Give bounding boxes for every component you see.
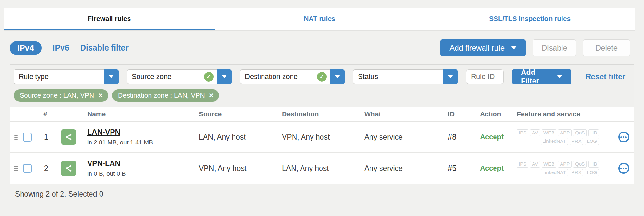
- rule-action: Accept: [480, 164, 517, 172]
- add-filter-button[interactable]: Add Filter: [512, 69, 571, 84]
- feature-badge: QoS: [573, 161, 587, 168]
- feature-badge: HB: [588, 161, 599, 168]
- row-number: 2: [39, 164, 58, 173]
- col-header-id: ID: [448, 110, 480, 118]
- add-filter-label: Add Filter: [521, 68, 552, 85]
- rule-destination: LAN, Any host: [282, 164, 364, 173]
- firewall-rules-panel: Rule type ✓ Source zone ✓ Destination zo…: [10, 64, 634, 204]
- filter-dropdown-status[interactable]: Status ✓: [353, 69, 458, 84]
- add-firewall-rule-label: Add firewall rule: [449, 44, 505, 53]
- chevron-down-icon: [335, 75, 340, 78]
- rule-id-input[interactable]: [466, 69, 504, 84]
- col-header-num: #: [39, 110, 58, 118]
- col-header-source: Source: [199, 110, 282, 118]
- tab-firewall-rules[interactable]: Firewall rules: [4, 8, 215, 30]
- drag-handle[interactable]: [10, 135, 21, 140]
- rule-what: Any service: [364, 164, 448, 173]
- table-row: 1 LAN-VPN in 2.81 MB, out 1.41 MB LAN, A…: [10, 122, 634, 153]
- check-icon: ✓: [317, 72, 327, 82]
- filter-dropdown-label: Destination zone: [245, 73, 314, 81]
- disable-button[interactable]: Disable: [533, 39, 576, 56]
- filter-dropdown-rule-type[interactable]: Rule type ✓: [14, 69, 119, 84]
- feature-badge: IPS: [517, 161, 528, 168]
- feature-badge: QoS: [573, 129, 587, 137]
- tab-ssl-tls-inspection-rules[interactable]: SSL/TLS inspection rules: [425, 8, 635, 30]
- filter-dropdown-label: Status: [358, 73, 440, 81]
- rule-traffic-stats: in 0 B, out 0 B: [87, 170, 199, 177]
- table-header: # Name Source Destination What ID Action…: [10, 107, 634, 122]
- dropdown-open-button[interactable]: [330, 69, 345, 84]
- filter-chip-label: Destination zone : LAN, VPN: [118, 92, 205, 99]
- chip-remove-icon[interactable]: ✕: [98, 92, 103, 99]
- feature-badge: WEB: [542, 161, 556, 168]
- col-header-action: Action: [480, 110, 517, 118]
- chevron-down-icon: [448, 75, 453, 78]
- feature-badge: HB: [588, 129, 599, 137]
- dropdown-open-button[interactable]: [443, 69, 458, 84]
- feature-badge: LinkedNAT: [541, 169, 568, 176]
- filter-bar: Rule type ✓ Source zone ✓ Destination zo…: [10, 65, 634, 84]
- row-number: 1: [39, 133, 58, 142]
- col-header-what: What: [364, 110, 448, 118]
- feature-badge: LinkedNAT: [541, 138, 568, 145]
- rule-share-icon[interactable]: [61, 161, 76, 176]
- feature-badge: LOG: [585, 169, 599, 176]
- rule-what: Any service: [364, 133, 448, 142]
- rule-id: #5: [448, 164, 480, 173]
- dropdown-open-button[interactable]: [104, 69, 119, 84]
- feature-badge: IPS: [517, 129, 528, 137]
- rule-action: Accept: [480, 133, 517, 141]
- add-firewall-rule-button[interactable]: Add firewall rule: [440, 39, 526, 56]
- drag-handle[interactable]: [10, 166, 21, 171]
- feature-badges: IPSAVWEBAPPQoSHB LinkedNATPRXLOG: [517, 161, 599, 176]
- feature-badge: WEB: [542, 129, 556, 137]
- feature-badge: PRX: [570, 138, 583, 145]
- col-header-destination: Destination: [282, 110, 364, 118]
- dropdown-open-button[interactable]: [217, 69, 232, 84]
- rule-id: #8: [448, 133, 480, 142]
- rule-source: VPN, Any host: [199, 164, 282, 173]
- col-header-feature: Feature and service: [517, 110, 613, 118]
- filter-chip-label: Source zone : LAN, VPN: [20, 92, 94, 99]
- filter-dropdown-label: Source zone: [132, 73, 201, 81]
- delete-button[interactable]: Delete: [583, 39, 630, 56]
- rule-name-link[interactable]: LAN-VPN: [87, 128, 120, 137]
- tab-nat-rules[interactable]: NAT rules: [215, 8, 425, 30]
- row-menu-icon[interactable]: [618, 132, 629, 142]
- feature-badge: AV: [530, 161, 540, 168]
- rule-destination: VPN, Any host: [282, 133, 364, 142]
- chevron-down-icon: [557, 75, 562, 78]
- filter-chip: Source zone : LAN, VPN ✕: [14, 89, 108, 102]
- disable-filter-link[interactable]: Disable filter: [80, 43, 129, 53]
- feature-badge: PRX: [570, 169, 583, 176]
- feature-badge: LOG: [585, 138, 599, 145]
- ipv6-toggle[interactable]: IPv6: [53, 43, 69, 53]
- row-checkbox[interactable]: [23, 133, 32, 142]
- toolbar: IPv4 IPv6 Disable filter Add firewall ru…: [10, 39, 630, 56]
- rule-name-link[interactable]: VPN-LAN: [87, 159, 120, 168]
- filter-dropdown-label: Rule type: [19, 73, 101, 81]
- ipv4-toggle[interactable]: IPv4: [10, 41, 42, 55]
- rule-source: LAN, Any host: [199, 133, 282, 142]
- chip-remove-icon[interactable]: ✕: [209, 92, 214, 99]
- feature-badges: IPSAVWEBAPPQoSHB LinkedNATPRXLOG: [517, 129, 599, 145]
- filter-dropdown-source-zone[interactable]: Source zone ✓: [127, 69, 232, 84]
- filter-dropdown-destination-zone[interactable]: Destination zone ✓: [240, 69, 345, 84]
- active-filter-chips: Source zone : LAN, VPN ✕ Destination zon…: [10, 84, 634, 107]
- reset-filter-link[interactable]: Reset filter: [585, 72, 625, 81]
- feature-badge: APP: [558, 161, 572, 168]
- feature-badge: APP: [558, 129, 572, 137]
- row-checkbox[interactable]: [23, 164, 32, 173]
- chevron-down-icon: [511, 46, 517, 50]
- feature-badge: AV: [530, 129, 540, 137]
- row-menu-icon[interactable]: [618, 163, 629, 174]
- chevron-down-icon: [109, 75, 114, 78]
- rule-share-icon[interactable]: [61, 129, 76, 145]
- check-icon: ✓: [204, 72, 214, 82]
- chevron-down-icon: [222, 75, 227, 78]
- rule-type-tabbar: Firewall rules NAT rules SSL/TLS inspect…: [4, 8, 635, 31]
- table-row: 2 VPN-LAN in 0 B, out 0 B VPN, Any host …: [10, 153, 634, 184]
- table-footer-status: Showing 2 of 2. Selected 0: [10, 184, 634, 204]
- filter-chip: Destination zone : LAN, VPN ✕: [112, 89, 219, 102]
- col-header-name: Name: [87, 110, 199, 118]
